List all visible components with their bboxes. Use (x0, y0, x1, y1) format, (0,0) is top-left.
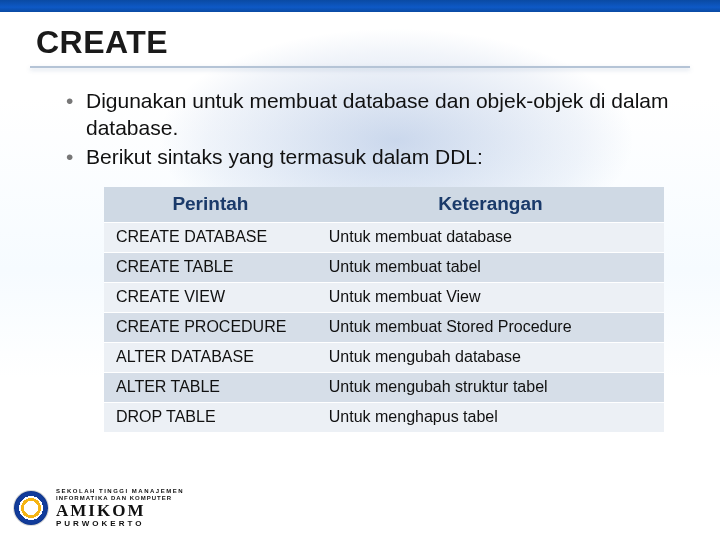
bullet-list: Digunakan untuk membuat database dan obj… (64, 88, 672, 171)
footer-city: PURWOKERTO (56, 520, 184, 528)
table-row: CREATE PROCEDURE Untuk membuat Stored Pr… (104, 312, 664, 342)
cell-command: CREATE TABLE (104, 252, 317, 282)
table-row: CREATE DATABASE Untuk membuat database (104, 222, 664, 252)
cell-command: DROP TABLE (104, 402, 317, 432)
cell-command: ALTER TABLE (104, 372, 317, 402)
th-command: Perintah (104, 187, 317, 223)
cell-command: CREATE PROCEDURE (104, 312, 317, 342)
institution-seal-icon (14, 491, 48, 525)
cell-description: Untuk membuat Stored Procedure (317, 312, 664, 342)
slide: CREATE Digunakan untuk membuat database … (0, 0, 720, 540)
top-accent-bar (0, 0, 720, 12)
cell-description: Untuk mengubah database (317, 342, 664, 372)
table-container: Perintah Keterangan CREATE DATABASE Untu… (104, 187, 664, 432)
cell-description: Untuk membuat database (317, 222, 664, 252)
table-row: CREATE VIEW Untuk membuat View (104, 282, 664, 312)
cell-description: Untuk membuat tabel (317, 252, 664, 282)
footer-logo-block: SEKOLAH TINGGI MANAJEMEN INFORMATIKA DAN… (14, 488, 184, 528)
slide-title: CREATE (36, 24, 168, 61)
table-row: CREATE TABLE Untuk membuat tabel (104, 252, 664, 282)
slide-body: Digunakan untuk membuat database dan obj… (64, 88, 672, 432)
footer-institution: AMIKOM (56, 502, 184, 519)
cell-command: ALTER DATABASE (104, 342, 317, 372)
table-row: ALTER TABLE Untuk mengubah struktur tabe… (104, 372, 664, 402)
cell-description: Untuk mengubah struktur tabel (317, 372, 664, 402)
cell-command: CREATE VIEW (104, 282, 317, 312)
cell-description: Untuk menghapus tabel (317, 402, 664, 432)
footer-text: SEKOLAH TINGGI MANAJEMEN INFORMATIKA DAN… (56, 488, 184, 528)
bullet-item: Berikut sintaks yang termasuk dalam DDL: (64, 144, 672, 171)
cell-description: Untuk membuat View (317, 282, 664, 312)
footer-line1: SEKOLAH TINGGI MANAJEMEN (56, 488, 184, 494)
table-row: ALTER DATABASE Untuk mengubah database (104, 342, 664, 372)
table-row: DROP TABLE Untuk menghapus tabel (104, 402, 664, 432)
cell-command: CREATE DATABASE (104, 222, 317, 252)
ddl-table: Perintah Keterangan CREATE DATABASE Untu… (104, 187, 664, 432)
title-underline (30, 66, 690, 68)
bullet-item: Digunakan untuk membuat database dan obj… (64, 88, 672, 142)
table-header-row: Perintah Keterangan (104, 187, 664, 223)
th-description: Keterangan (317, 187, 664, 223)
